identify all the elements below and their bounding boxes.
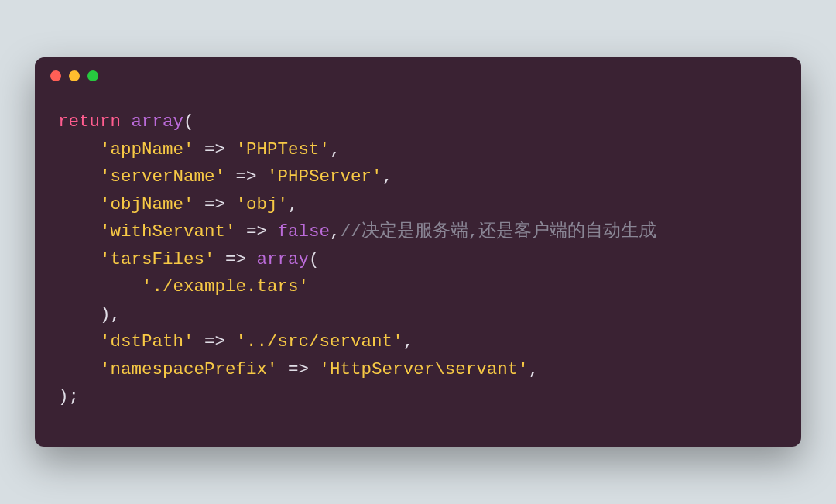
comma: , <box>288 194 299 214</box>
window-titlebar <box>35 57 801 94</box>
key-serverName: 'serverName' <box>100 166 225 187</box>
code-block: return array( 'appName' => 'PHPTest', 's… <box>35 94 801 447</box>
key-appName: 'appName' <box>100 139 194 159</box>
key-tarsFiles: 'tarsFiles' <box>100 249 215 269</box>
val-namespacePrefix: 'HttpServer\servant' <box>320 359 529 379</box>
close-icon[interactable] <box>50 70 61 81</box>
val-false: false <box>278 221 331 242</box>
comma: , <box>403 331 414 351</box>
comma: , <box>382 166 393 187</box>
arrow: => <box>204 139 225 159</box>
key-dstPath: 'dstPath' <box>100 331 194 351</box>
arrow: => <box>288 359 309 379</box>
val-serverName: 'PHPServer' <box>267 166 382 187</box>
val-appName: 'PHPTest' <box>236 139 331 159</box>
key-objName: 'objName' <box>100 194 194 214</box>
fn-array: array <box>257 249 310 269</box>
arrow: => <box>236 166 257 187</box>
paren-open: ( <box>183 111 194 132</box>
comma: , <box>330 139 341 159</box>
paren-close: ), <box>100 304 121 324</box>
val-objName: 'obj' <box>236 194 289 214</box>
code-window: return array( 'appName' => 'PHPTest', 's… <box>35 57 801 447</box>
arrow: => <box>204 194 225 214</box>
paren-open: ( <box>309 249 320 269</box>
kw-return: return <box>58 111 121 132</box>
comma: , <box>330 221 341 242</box>
key-namespacePrefix: 'namespacePrefix' <box>100 359 278 379</box>
fn-array: array <box>132 111 184 132</box>
zoom-icon[interactable] <box>87 70 98 81</box>
comment: //决定是服务端,还是客户端的自动生成 <box>341 221 657 242</box>
comma: , <box>529 359 540 379</box>
minimize-icon[interactable] <box>69 70 80 81</box>
arrow: => <box>246 221 267 242</box>
arrow: => <box>204 331 225 351</box>
paren-close: ); <box>58 386 79 406</box>
key-withServant: 'withServant' <box>100 221 236 242</box>
val-dstPath: '../src/servant' <box>236 331 403 351</box>
arrow: => <box>225 249 246 269</box>
val-tarsFile: './example.tars' <box>142 276 309 297</box>
